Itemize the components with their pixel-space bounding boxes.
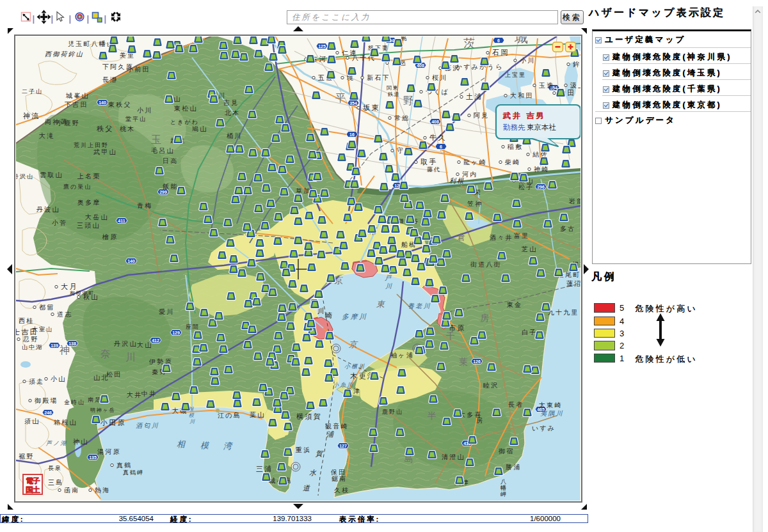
svg-text:座間: 座間 xyxy=(186,324,200,330)
svg-text:関東: 関東 xyxy=(387,85,399,91)
svg-text:松田: 松田 xyxy=(106,371,122,378)
svg-text:児玉町八幡山: 児玉町八幡山 xyxy=(68,40,115,47)
svg-text:千: 千 xyxy=(446,331,457,341)
svg-text:太東崎: 太東崎 xyxy=(539,402,563,409)
svg-text:川: 川 xyxy=(189,419,196,425)
svg-text:御宿: 御宿 xyxy=(499,448,514,455)
svg-text:芦ノ湖: 芦ノ湖 xyxy=(45,440,67,446)
svg-text:北本: 北本 xyxy=(225,109,240,116)
svg-text:408: 408 xyxy=(431,120,439,124)
svg-text:白子: 白子 xyxy=(522,329,537,336)
svg-text:函南: 函南 xyxy=(64,487,79,494)
svg-text:山中湖: 山中湖 xyxy=(22,344,43,350)
svg-text:半: 半 xyxy=(428,411,438,421)
svg-text:相模湖町: 相模湖町 xyxy=(70,290,95,296)
svg-text:睦沢: 睦沢 xyxy=(483,382,499,389)
svg-text:街道八街: 街道八街 xyxy=(470,261,502,268)
svg-text:東金: 東金 xyxy=(506,301,522,308)
svg-text:246: 246 xyxy=(44,411,52,415)
svg-text:多古: 多古 xyxy=(560,225,575,232)
svg-text:毛呂山: 毛呂山 xyxy=(151,147,175,154)
svg-text:土浦: 土浦 xyxy=(466,93,483,100)
svg-text:金時山: 金時山 xyxy=(64,399,85,405)
svg-text:神山: 神山 xyxy=(73,438,88,445)
svg-text:久枝: 久枝 xyxy=(334,487,349,494)
svg-text:茨: 茨 xyxy=(463,37,477,50)
svg-text:大井: 大井 xyxy=(127,391,142,398)
svg-text:小菅: 小菅 xyxy=(52,219,67,226)
svg-text:小鹿野: 小鹿野 xyxy=(56,120,80,127)
svg-text:勝浦: 勝浦 xyxy=(506,464,521,471)
svg-text:中井: 中井 xyxy=(141,390,157,397)
svg-text:長泉: 長泉 xyxy=(48,465,62,471)
svg-text:鹿野山: 鹿野山 xyxy=(382,409,403,415)
svg-text:袖ヶ浦: 袖ヶ浦 xyxy=(390,352,414,359)
svg-text:酒々井: 酒々井 xyxy=(490,234,513,241)
svg-text:上宝里: 上宝里 xyxy=(505,72,526,78)
svg-text:青梅: 青梅 xyxy=(137,202,152,209)
svg-text:崎: 崎 xyxy=(325,311,333,319)
svg-text:吉見: 吉見 xyxy=(223,99,239,106)
svg-text:6: 6 xyxy=(497,38,500,43)
svg-text:阿見: 阿見 xyxy=(474,112,489,119)
svg-text:真鶴: 真鶴 xyxy=(116,462,132,469)
svg-text:大月: 大月 xyxy=(61,283,78,290)
svg-text:雲取山: 雲取山 xyxy=(40,171,63,178)
svg-text:汲上: 汲上 xyxy=(570,82,580,89)
svg-text:桶川: 桶川 xyxy=(227,132,242,139)
svg-text:西桂: 西桂 xyxy=(19,317,34,324)
svg-text:奈: 奈 xyxy=(100,348,113,359)
svg-text:富里: 富里 xyxy=(514,232,529,239)
svg-text:いすみ: いすみ xyxy=(532,425,556,432)
svg-text:御殿場: 御殿場 xyxy=(35,397,58,404)
svg-text:仁連: 仁連 xyxy=(342,49,357,56)
svg-text:鉾田: 鉾田 xyxy=(573,61,580,68)
svg-text:九十九里: 九十九里 xyxy=(548,309,579,316)
svg-text:丹波山: 丹波山 xyxy=(36,206,60,213)
svg-text:酒匂川: 酒匂川 xyxy=(136,422,159,429)
svg-text:玉造: 玉造 xyxy=(539,82,554,89)
svg-text:129: 129 xyxy=(172,331,180,335)
svg-text:須山: 須山 xyxy=(24,418,40,425)
svg-text:保田: 保田 xyxy=(330,469,346,476)
svg-text:芝山: 芝山 xyxy=(521,246,537,253)
svg-text:東: 東 xyxy=(376,299,387,309)
svg-text:取手: 取手 xyxy=(420,158,438,166)
svg-text:葉: 葉 xyxy=(459,356,470,366)
svg-text:湯河原: 湯河原 xyxy=(97,448,121,455)
svg-text:長瀞: 長瀞 xyxy=(102,76,118,83)
svg-text:西御荷鉾山: 西御荷鉾山 xyxy=(45,51,84,58)
svg-text:清澄山: 清澄山 xyxy=(442,453,465,460)
svg-text:三島: 三島 xyxy=(48,479,63,486)
svg-text:玉: 玉 xyxy=(151,134,164,145)
svg-text:熱海: 熱海 xyxy=(95,487,110,494)
svg-text:新石下: 新石下 xyxy=(367,74,390,81)
svg-text:稲敷: 稲敷 xyxy=(507,143,523,150)
svg-text:武井 吉男: 武井 吉男 xyxy=(502,111,545,120)
svg-text:127: 127 xyxy=(339,444,347,448)
svg-text:三浦: 三浦 xyxy=(256,465,273,473)
svg-text:354: 354 xyxy=(349,101,357,106)
svg-text:房: 房 xyxy=(476,417,484,424)
svg-text:大岳山: 大岳山 xyxy=(85,214,109,221)
svg-text:笠神: 笠神 xyxy=(467,200,483,207)
svg-text:三頭山: 三頭山 xyxy=(77,222,100,229)
svg-text:桜川: 桜川 xyxy=(432,74,447,81)
svg-text:浦: 浦 xyxy=(326,430,335,438)
svg-text:二子山: 二子山 xyxy=(22,88,43,95)
svg-text:140: 140 xyxy=(99,100,106,105)
svg-text:下吉田: 下吉田 xyxy=(65,101,88,108)
svg-text:道志: 道志 xyxy=(57,311,72,318)
svg-text:坂東: 坂東 xyxy=(363,104,380,111)
svg-text:小前田: 小前田 xyxy=(127,66,150,73)
svg-text:135: 135 xyxy=(89,455,97,460)
svg-text:龍ヶ崎: 龍ヶ崎 xyxy=(463,159,487,166)
svg-text:真鶴岬: 真鶴岬 xyxy=(123,469,144,476)
svg-text:大滝: 大滝 xyxy=(39,132,54,139)
svg-text:上名栗: 上名栗 xyxy=(77,173,101,180)
svg-text:飯能: 飯能 xyxy=(163,183,178,190)
svg-text:川: 川 xyxy=(385,283,393,290)
svg-text:6: 6 xyxy=(440,145,442,149)
svg-text:重浜: 重浜 xyxy=(295,446,311,453)
svg-text:小川: 小川 xyxy=(137,107,152,114)
